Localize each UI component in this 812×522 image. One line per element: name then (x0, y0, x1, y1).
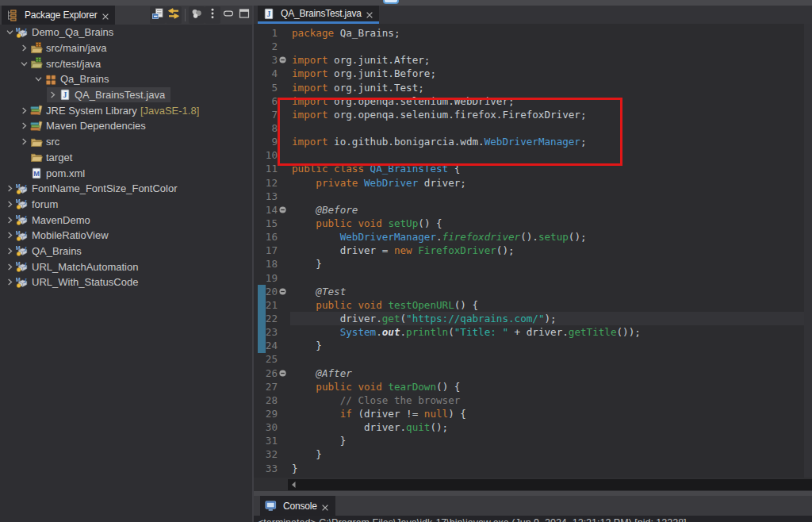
minimize-button[interactable] (220, 6, 236, 24)
line-number: 17 (254, 244, 278, 257)
code-line-9[interactable]: 9import io.github.bonigarcia.wdm.WebDriv… (254, 135, 812, 148)
code-line-30[interactable]: 30 driver.quit(); (254, 420, 812, 434)
horizontal-scrollbar[interactable] (254, 478, 812, 491)
chevron-right-icon[interactable] (4, 230, 16, 241)
line-number: 15 (254, 217, 278, 230)
tree-item-label: MavenDemo (32, 214, 90, 226)
code-line-10[interactable]: 10 (254, 148, 812, 162)
tree-item[interactable]: Qa_Brains (0, 71, 252, 87)
tree-item[interactable]: src/test/java (0, 56, 252, 71)
code-line-25[interactable]: 25 (254, 352, 812, 366)
code-line-13[interactable]: 13 (254, 190, 812, 203)
chevron-right-icon[interactable] (47, 90, 59, 101)
chevron-right-icon[interactable] (18, 136, 30, 148)
chevron-right-icon[interactable] (18, 121, 30, 132)
fold-column (278, 176, 290, 190)
fold-minus-icon[interactable] (278, 53, 290, 67)
maven-project-icon: M J (16, 26, 29, 39)
code-line-15[interactable]: 15 public void setUp() { (254, 217, 812, 230)
code-line-11[interactable]: 11public class QA_BrainsTest { (254, 162, 812, 175)
scroll-left-icon[interactable] (290, 481, 298, 489)
close-icon[interactable] (365, 9, 374, 18)
tree-item[interactable]: Mpom.xml (0, 165, 252, 181)
close-icon[interactable] (320, 501, 330, 511)
focus-button[interactable] (189, 6, 205, 24)
chevron-right-icon[interactable] (4, 261, 16, 272)
chevron-right-icon[interactable] (4, 183, 16, 194)
chevron-down-icon[interactable] (18, 58, 30, 69)
editor-area: J QA_BrainsTest.java 1package Qa_Brains;… (252, 6, 812, 522)
view-menu-button[interactable] (205, 6, 220, 24)
horizontal-scrollbar-track[interactable] (288, 479, 812, 490)
collapse-all-button[interactable] (150, 6, 166, 24)
svg-text:M: M (33, 170, 40, 178)
code-line-32[interactable]: 32 } (254, 447, 812, 461)
tree-item[interactable]: M J MavenDemo (0, 212, 252, 228)
code-line-4[interactable]: 4import org.junit.Before; (254, 67, 812, 80)
chevron-right-icon[interactable] (4, 198, 16, 209)
code-line-16[interactable]: 16 WebDriverManager.firefoxdriver().setu… (254, 230, 812, 244)
code-line-28[interactable]: 28 // Close the browser (254, 393, 812, 407)
code-line-27[interactable]: 27 public void tearDown() { (254, 380, 812, 393)
tree-item[interactable]: src/main/java (0, 40, 252, 56)
code-line-24[interactable]: 24 } (254, 339, 812, 352)
code-line-5[interactable]: 5import org.junit.Test; (254, 81, 812, 94)
code-line-17[interactable]: 17 driver = new FirefoxDriver(); (254, 244, 812, 257)
code-line-7[interactable]: 7import org.openqa.selenium.firefox.Fire… (254, 108, 812, 121)
code-line-8[interactable]: 8 (254, 121, 812, 135)
chevron-right-icon[interactable] (18, 105, 30, 116)
code-line-6[interactable]: 6import org.openqa.selenium.WebDriver; (254, 94, 812, 108)
code-line-26[interactable]: 26 @After (254, 367, 812, 380)
code-line-29[interactable]: 29 if (driver != null) { (254, 407, 812, 420)
fold-minus-icon[interactable] (278, 367, 290, 380)
maximize-button[interactable] (236, 6, 252, 24)
tree-item[interactable]: target (0, 150, 252, 166)
tree-item[interactable]: Maven Dependencies (0, 118, 252, 134)
code-line-20[interactable]: 20 @Test (254, 285, 812, 298)
overview-ruler[interactable] (804, 24, 812, 478)
tree-item[interactable]: M J QA_Brains (0, 244, 252, 259)
chevron-right-icon[interactable] (4, 214, 16, 225)
chevron-right-icon[interactable] (4, 245, 16, 256)
code-line-19[interactable]: 19 (254, 271, 812, 285)
tree-item[interactable]: M J Demo_Qa_Brains (0, 25, 252, 40)
fold-column (278, 447, 290, 461)
tree-item[interactable]: M J forum (0, 197, 252, 213)
close-icon[interactable] (101, 10, 110, 20)
code-line-3[interactable]: 3import org.junit.After; (254, 53, 812, 67)
tab-console[interactable]: Console (260, 496, 335, 516)
code-line-31[interactable]: 31 } (254, 434, 812, 447)
chevron-down-icon[interactable] (4, 27, 16, 38)
code-line-21[interactable]: 21 public void testOpenURL() { (254, 298, 812, 312)
code-line-12[interactable]: 12 private WebDriver driver; (254, 176, 812, 190)
tab-package-explorer[interactable]: Package Explorer (2, 6, 115, 25)
package-icon (44, 73, 57, 86)
chevron-right-icon[interactable] (4, 277, 16, 288)
chevron-right-icon[interactable] (18, 43, 30, 54)
chevron-down-icon[interactable] (33, 74, 44, 85)
tree-item[interactable]: JQA_BrainsTest.java (0, 87, 252, 103)
code-line-22[interactable]: 22 driver.get("https://qabrains.com/"); (254, 312, 812, 325)
tree-item[interactable]: M J MobileRatioView (0, 228, 252, 244)
package-explorer-icon (6, 9, 18, 21)
tree-item[interactable]: M J URL_With_StatusCode (0, 274, 252, 290)
tab-qa-brainstest-java[interactable]: J QA_BrainsTest.java (258, 6, 379, 24)
fold-minus-icon[interactable] (278, 285, 290, 298)
tree-item[interactable]: JRE System Library [JavaSE-1.8] (0, 102, 252, 118)
line-number: 14 (254, 203, 278, 217)
code-line-2[interactable]: 2 (254, 40, 812, 53)
tree-item[interactable]: M J FontName_FontSize_FontColor (0, 181, 252, 197)
line-number: 33 (254, 462, 278, 475)
link-with-editor-button[interactable] (166, 6, 182, 24)
console-content[interactable]: <terminated> C:\Program Files\Java\jdk-1… (254, 516, 812, 522)
tree-item[interactable]: M J URL_MatchAutomation (0, 259, 252, 274)
code-line-1[interactable]: 1package Qa_Brains; (254, 26, 812, 40)
window-top-strip (0, 0, 812, 6)
code-editor[interactable]: 1package Qa_Brains;23import org.junit.Af… (254, 24, 812, 478)
code-line-14[interactable]: 14 @Before (254, 203, 812, 217)
code-line-23[interactable]: 23 System.out.println("Title: " + driver… (254, 325, 812, 339)
fold-minus-icon[interactable] (278, 203, 290, 217)
code-line-33[interactable]: 33} (254, 462, 812, 475)
code-line-18[interactable]: 18 } (254, 257, 812, 271)
tree-item[interactable]: src (0, 134, 252, 150)
